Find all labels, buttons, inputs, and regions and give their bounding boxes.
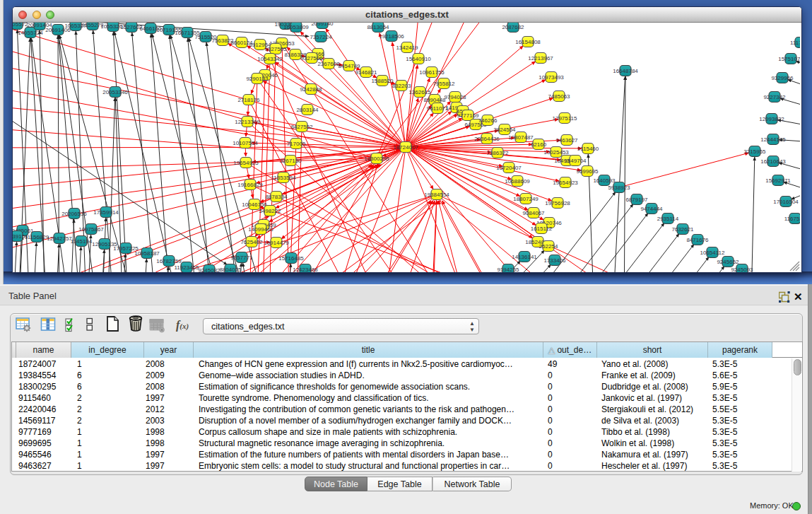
- svg-text:18300295: 18300295: [364, 156, 389, 162]
- svg-text:19654925: 19654925: [233, 160, 259, 166]
- svg-text:8186328: 8186328: [284, 52, 307, 58]
- svg-text:10107554: 10107554: [233, 140, 258, 146]
- svg-text:252254: 252254: [539, 243, 558, 250]
- svg-text:1640593: 1640593: [593, 177, 616, 184]
- svg-text:1167533: 1167533: [784, 216, 800, 222]
- svg-text:10807487: 10807487: [508, 134, 534, 141]
- svg-text:9463627: 9463627: [555, 137, 578, 144]
- svg-text:10975867: 10975867: [78, 226, 104, 233]
- svg-text:3215955: 3215955: [743, 148, 766, 155]
- svg-text:1362615: 1362615: [408, 89, 431, 95]
- svg-text:10961755: 10961755: [419, 69, 445, 76]
- svg-text:17016504: 17016504: [773, 199, 799, 205]
- svg-text:1117532: 1117532: [790, 40, 800, 46]
- svg-text:10654112: 10654112: [700, 250, 726, 256]
- svg-text:9699695: 9699695: [576, 168, 599, 175]
- svg-text:9115460: 9115460: [577, 146, 599, 152]
- svg-text:14136141: 14136141: [512, 254, 537, 260]
- svg-text:3267130: 3267130: [279, 158, 302, 164]
- svg-text:9084067: 9084067: [522, 210, 545, 216]
- svg-text:9245652: 9245652: [717, 259, 739, 265]
- svg-text:15692971: 15692971: [765, 177, 791, 184]
- svg-text:8427552: 8427552: [290, 124, 313, 130]
- svg-text:7386372: 7386372: [486, 150, 509, 156]
- svg-text:10958187: 10958187: [134, 250, 160, 257]
- svg-text:6879197: 6879197: [625, 197, 648, 203]
- svg-text:16782759: 16782759: [156, 258, 182, 264]
- svg-text:9227342: 9227342: [763, 94, 786, 100]
- svg-text:8990448: 8990448: [423, 97, 446, 103]
- svg-text:7632621: 7632621: [671, 226, 694, 233]
- svg-text:10025453: 10025453: [543, 149, 569, 156]
- svg-text:10543342: 10543342: [257, 56, 283, 62]
- svg-text:18724007: 18724007: [393, 144, 418, 151]
- svg-text:11353594: 11353594: [271, 175, 297, 181]
- svg-text:19654923: 19654923: [553, 180, 578, 186]
- svg-text:15751074: 15751074: [778, 56, 800, 62]
- svg-text:1805572: 1805572: [13, 23, 28, 28]
- svg-text:717005: 717005: [287, 141, 306, 147]
- svg-text:8454749: 8454749: [338, 63, 360, 69]
- svg-text:19166829: 19166829: [237, 182, 263, 188]
- svg-text:9777169: 9777169: [457, 112, 479, 119]
- svg-text:832203: 832203: [392, 83, 411, 89]
- svg-text:9329966: 9329966: [771, 75, 794, 81]
- svg-text:15720407: 15720407: [496, 165, 522, 171]
- svg-text:11156829: 11156829: [25, 234, 49, 240]
- svg-text:12444135: 12444135: [760, 136, 786, 143]
- svg-text:9194255: 9194255: [497, 267, 519, 273]
- svg-text:11923465: 11923465: [175, 264, 200, 271]
- svg-text:18807249: 18807249: [513, 196, 539, 202]
- svg-text:12423468: 12423468: [293, 267, 318, 273]
- svg-text:9242848: 9242848: [300, 86, 322, 93]
- svg-text:2099140: 2099140: [311, 23, 334, 27]
- svg-text:12942757: 12942757: [47, 235, 72, 242]
- svg-text:9794028: 9794028: [444, 94, 466, 100]
- svg-text:7357224: 7357224: [310, 34, 332, 40]
- svg-text:2087682: 2087682: [502, 24, 524, 30]
- svg-text:3824554: 3824554: [493, 127, 516, 133]
- svg-text:19756928: 19756928: [545, 200, 570, 206]
- svg-text:9245093: 9245093: [731, 267, 753, 273]
- svg-text:10046756: 10046756: [242, 201, 267, 208]
- svg-text:15716485: 15716485: [278, 255, 304, 262]
- svg-text:19218506: 19218506: [379, 33, 404, 40]
- svg-text:12093822: 12093822: [759, 116, 784, 122]
- svg-text:7955812: 7955812: [433, 81, 455, 87]
- svg-text:8813054: 8813054: [367, 24, 389, 30]
- svg-text:9857771: 9857771: [230, 255, 253, 261]
- svg-text:12213967: 12213967: [528, 55, 553, 62]
- svg-text:7625402: 7625402: [240, 239, 263, 245]
- svg-text:16648784: 16648784: [613, 68, 638, 74]
- svg-text:17359914: 17359914: [93, 209, 119, 216]
- svg-text:9611071: 9611071: [427, 105, 449, 112]
- svg-text:16914479: 16914479: [264, 240, 289, 246]
- svg-text:1615112: 1615112: [531, 226, 553, 232]
- svg-text:5938923: 5938923: [608, 185, 630, 191]
- svg-text:2935114: 2935114: [657, 216, 679, 222]
- svg-text:9146821: 9146821: [355, 69, 377, 76]
- svg-text:9327505: 9327505: [264, 46, 287, 52]
- svg-text:19384554: 19384554: [424, 192, 449, 198]
- svg-text:7485063: 7485063: [548, 93, 570, 100]
- svg-text:17975115: 17975115: [553, 115, 578, 122]
- svg-text:16053809: 16053809: [283, 24, 309, 30]
- svg-text:8804025: 8804025: [219, 267, 242, 273]
- svg-text:62160: 62160: [531, 141, 547, 148]
- svg-text:746266: 746266: [478, 117, 498, 124]
- svg-text:8878334: 8878334: [265, 194, 288, 200]
- svg-text:10973493: 10973493: [539, 74, 564, 81]
- svg-text:16154808: 16154808: [515, 39, 541, 45]
- svg-text:20364436: 20364436: [474, 136, 500, 142]
- svg-text:15640910: 15640910: [406, 56, 431, 62]
- svg-text:9290133: 9290133: [246, 76, 269, 82]
- svg-text:2718176: 2718176: [237, 97, 260, 103]
- svg-text:1342419: 1342419: [396, 45, 418, 51]
- svg-text:5498222: 5498222: [259, 208, 281, 214]
- svg-text:1145194: 1145194: [71, 238, 93, 245]
- svg-text:9245082: 9245082: [198, 267, 220, 273]
- svg-text:2367608: 2367608: [317, 61, 340, 67]
- svg-text:1733426: 1733426: [543, 257, 566, 264]
- svg-text:16210643: 16210643: [760, 158, 786, 165]
- svg-text:20053346: 20053346: [102, 89, 128, 95]
